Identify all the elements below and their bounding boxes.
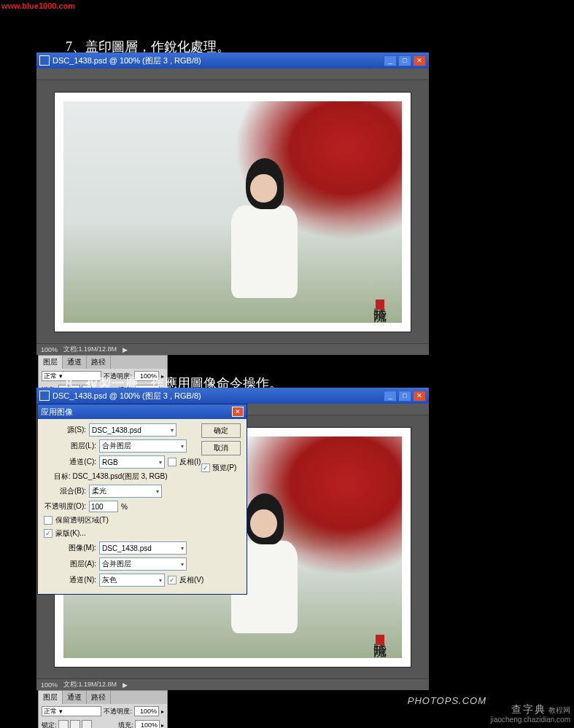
watermark-bottom-right: 查字典 教程网 jiaocheng.chazidian.com (490, 703, 570, 724)
mask-image-label: 图像(M): (54, 543, 96, 553)
blend-mode-select[interactable]: 正常 ▾ (42, 706, 101, 716)
docsize-readout: 文档:1.19M/12.8M (63, 680, 117, 689)
titlebar[interactable]: DSC_1438.psd @ 100% (图层 3 , RGB/8) _ □ ✕ (36, 388, 429, 404)
blend-label: 混合(B): (44, 486, 86, 496)
window-title: DSC_1438.psd @ 100% (图层 3 , RGB/8) (53, 55, 384, 66)
panel-tab[interactable]: 图层 (39, 691, 63, 704)
preserve-checkbox[interactable] (44, 516, 53, 525)
blend-select[interactable]: 柔光 (89, 485, 162, 498)
layer-label: 图层(L): (54, 441, 96, 451)
source-select[interactable]: DSC_1438.psd (89, 423, 177, 437)
options-bar[interactable] (36, 69, 429, 80)
app-icon (39, 391, 50, 401)
mask-channel-label: 通道(N): (54, 575, 96, 585)
mask-channel-select[interactable]: 灰色 (99, 574, 165, 587)
minimize-button[interactable]: _ (384, 55, 397, 66)
channel-label: 通道(C): (54, 457, 96, 467)
maximize-button[interactable]: □ (398, 55, 411, 66)
photo-signature: 飛時流 (371, 298, 389, 310)
photoshop-window-2: DSC_1438.psd @ 100% (图层 3 , RGB/8) _ □ ✕… (36, 388, 429, 690)
lock-position-icon[interactable] (70, 720, 80, 728)
lock-all-icon[interactable] (82, 720, 92, 728)
docsize-readout: 文档:1.19M/12.8M (63, 345, 117, 354)
status-bar: 100% 文档:1.19M/12.8M ▶ (36, 343, 429, 355)
minimize-button[interactable]: _ (384, 391, 397, 402)
preview-checkbox[interactable]: ✓预览(P) (201, 463, 241, 473)
panel-tab[interactable]: 通道 (63, 691, 87, 704)
target-label: 目标: (54, 472, 71, 480)
ok-button[interactable]: 确定 (201, 423, 241, 438)
opacity-input[interactable] (89, 501, 118, 512)
watermark-top: www.blue1000.com (1, 1, 75, 10)
panels-2: 图层通道路径正常 ▾不透明度:▸锁定:填充:▸👁T文字👁图层 3 副...👁图层… (38, 690, 168, 728)
document-photo[interactable]: 飛時流 (54, 92, 411, 332)
apply-image-dialog[interactable]: 应用图像 ✕ 确定 取消 ✓预览(P) 源(S):DSC_1438.psd 图层… (37, 404, 247, 595)
mask-label: 蒙版(K)... (55, 528, 86, 539)
preserve-label: 保留透明区域(T) (55, 515, 109, 525)
opacity-label: 不透明度(O): (44, 501, 86, 512)
mask-layer-select[interactable]: 合并图层 (99, 557, 187, 571)
app-icon (39, 55, 50, 66)
invert-checkbox[interactable] (168, 458, 177, 466)
mask-layer-label: 图层(A): (54, 559, 96, 569)
layers-panel: 图层通道路径正常 ▾不透明度:▸锁定:填充:▸👁T文字👁图层 3 副...👁图层… (38, 690, 168, 728)
panel-tab[interactable]: 图层 (39, 356, 63, 369)
mask-checkbox[interactable]: ✓ (44, 529, 53, 538)
fill-input[interactable] (135, 720, 160, 728)
mask-invert-checkbox[interactable]: ✓ (168, 576, 177, 584)
dialog-close-button[interactable]: ✕ (232, 407, 244, 417)
opacity-input[interactable] (134, 706, 159, 716)
zoom-readout[interactable]: 100% (41, 346, 58, 353)
source-label: 源(S): (44, 425, 86, 435)
photo-person (212, 145, 307, 305)
watermark-photops: PHOTOPS.COM (408, 695, 486, 706)
titlebar[interactable]: DSC_1438.psd @ 100% (图层 3 , RGB/8) _ □ ✕ (36, 52, 429, 69)
window-title: DSC_1438.psd @ 100% (图层 3 , RGB/8) (53, 391, 384, 402)
zoom-readout[interactable]: 100% (41, 681, 58, 689)
dialog-title: 应用图像 (41, 407, 232, 418)
photoshop-window-1: DSC_1438.psd @ 100% (图层 3 , RGB/8) _ □ ✕… (36, 52, 429, 355)
panel-tab[interactable]: 路径 (87, 691, 111, 704)
lock-pixels-icon[interactable] (58, 720, 69, 728)
dialog-titlebar[interactable]: 应用图像 ✕ (38, 404, 247, 419)
panel-tab[interactable]: 通道 (63, 356, 87, 369)
maximize-button[interactable]: □ (398, 391, 411, 402)
panel-tab[interactable]: 路径 (87, 356, 111, 369)
close-button[interactable]: ✕ (413, 391, 426, 402)
close-button[interactable]: ✕ (413, 55, 426, 66)
step-8-block: DSC_1438.psd @ 100% (图层 3 , RGB/8) _ □ ✕… (36, 388, 562, 694)
step-7-block: DSC_1438.psd @ 100% (图层 3 , RGB/8) _ □ ✕… (36, 52, 562, 355)
target-value: DSC_1438.psd(图层 3, RGB) (73, 472, 168, 480)
mask-image-select[interactable]: DSC_1438.psd (99, 541, 187, 555)
status-bar: 100% 文档:1.19M/12.8M ▶ (36, 678, 429, 690)
photo-bg: 飛時流 (63, 101, 402, 323)
canvas[interactable]: 飛時流 (36, 80, 429, 343)
photo-signature: 飛時流 (371, 633, 389, 645)
cancel-button[interactable]: 取消 (201, 441, 241, 455)
channel-select[interactable]: RGB (99, 455, 165, 469)
layer-select[interactable]: 合并图层 (99, 439, 187, 453)
